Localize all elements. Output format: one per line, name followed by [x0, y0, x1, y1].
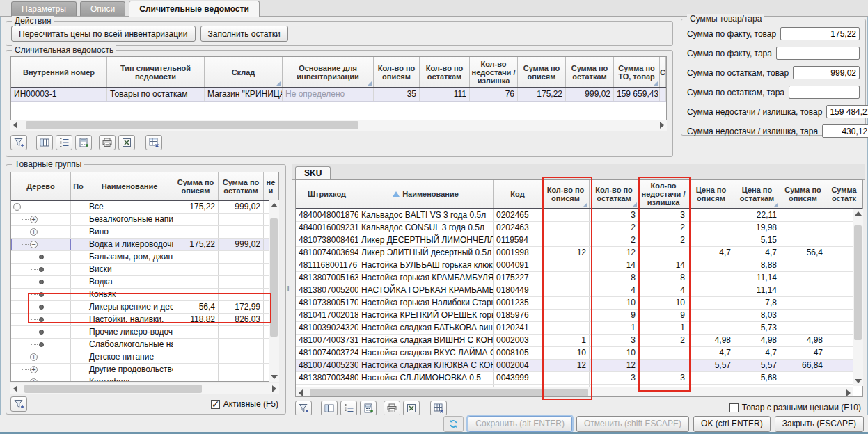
col-sum-lists[interactable]: Сумма по описям: [780, 180, 826, 208]
col-po[interactable]: По: [71, 172, 86, 200]
diff-price-checkbox[interactable]: Товар с разными ценами (F10): [729, 403, 861, 412]
tree-row[interactable]: Бальзамы, ром, джин: [11, 251, 278, 264]
sum-shortage-goods-input[interactable]: [826, 105, 868, 118]
scroll-thumb[interactable]: [854, 225, 862, 340]
scroll-thumb[interactable]: [310, 389, 588, 397]
sum-stock-tare-input[interactable]: [789, 86, 860, 99]
panel-splitter[interactable]: ‖: [285, 164, 291, 413]
col-price-stock[interactable]: Цена по остаткам: [734, 180, 780, 208]
statement-row[interactable]: ИН00003-1 Товары по остаткам Магазин "КР…: [11, 88, 666, 102]
statement-hscrollbar[interactable]: [10, 120, 667, 131]
col-sum-lists[interactable]: Сумма по описям: [518, 57, 566, 87]
calculator-add-icon[interactable]: [75, 135, 92, 150]
sku-row[interactable]: 4810074005230Настойка сладкая КЛЮКВА С К…: [296, 360, 862, 372]
col-qty-lists[interactable]: Кол-во по описям: [374, 57, 420, 87]
scroll-thumb[interactable]: [270, 218, 278, 337]
col-tree[interactable]: Дерево: [11, 172, 71, 200]
tab-sku[interactable]: SKU: [295, 166, 331, 180]
sum-stock-goods-input[interactable]: [793, 66, 860, 79]
numbered-list-icon[interactable]: [340, 401, 357, 416]
tree-row[interactable]: −Водка и ликероводочные175,22999,02: [11, 239, 278, 251]
scroll-left-icon[interactable]: [13, 385, 17, 392]
tree-row[interactable]: Виски: [11, 264, 278, 276]
filter-plus-icon[interactable]: [10, 396, 27, 412]
col-sum-stock[interactable]: Сумма по остаткам: [219, 172, 264, 200]
save-button[interactable]: Сохранить (alt ENTER): [468, 416, 572, 432]
calculator-add-icon[interactable]: [360, 401, 377, 416]
tree-vscrollbar[interactable]: [269, 200, 279, 382]
scroll-left-icon[interactable]: [299, 389, 303, 396]
col-name[interactable]: Наименование: [86, 172, 173, 200]
tree-row[interactable]: +Картофель: [11, 376, 278, 382]
column-select-icon[interactable]: [321, 401, 338, 416]
tree-leaf-icon[interactable]: [39, 342, 44, 347]
excel-export-icon[interactable]: [118, 135, 135, 150]
col-warehouse[interactable]: Склад: [205, 57, 283, 87]
active-checkbox[interactable]: Активные (F5): [211, 399, 278, 409]
scroll-right-icon[interactable]: [660, 122, 664, 129]
close-button[interactable]: Закрыть (ESCAPE): [775, 416, 864, 432]
tree-row[interactable]: Прочие ликеро-водочные: [11, 326, 278, 339]
tree-hscrollbar[interactable]: [10, 383, 279, 394]
col-internal-number[interactable]: Внутренний номер: [11, 57, 107, 87]
sum-fact-tare-input[interactable]: [776, 47, 860, 60]
sku-row[interactable]: 4811168001176Настойка БУЛЬБАШ горькая кл…: [296, 259, 862, 272]
col-partial[interactable]: не и: [264, 172, 278, 200]
col-partial[interactable]: С: [660, 57, 666, 87]
tree-row[interactable]: −Все175,22999,02: [11, 201, 278, 214]
print-icon[interactable]: [99, 135, 116, 150]
tab-inventories[interactable]: Описи: [80, 1, 125, 16]
sum-shortage-tare-input[interactable]: [822, 124, 868, 138]
cancel-button[interactable]: Отменить (shift ESCAPE): [576, 416, 689, 432]
scroll-left-icon[interactable]: [13, 122, 17, 129]
expand-icon[interactable]: +: [30, 378, 38, 382]
collapse-icon[interactable]: −: [30, 241, 38, 248]
fill-stock-button[interactable]: Заполнить остатки: [200, 26, 288, 42]
sku-hscrollbar[interactable]: [296, 387, 853, 397]
scroll-thumb[interactable]: [24, 385, 202, 393]
col-sum-stock[interactable]: Сумма по остаткам: [566, 57, 614, 87]
checkbox-checked-icon[interactable]: [211, 400, 220, 409]
ok-button[interactable]: OK (ctrl ENTER): [693, 416, 771, 432]
expand-icon[interactable]: +: [30, 366, 38, 373]
scroll-thumb[interactable]: [26, 121, 358, 129]
sku-row[interactable]: 4810417002018Настойка КРЕПКИЙ ОРЕШЕК гор…: [296, 310, 862, 322]
tree-leaf-icon[interactable]: [39, 267, 44, 272]
sku-row[interactable]: 4810738008461Ликер ДЕСЕРТНЫЙ ЛИМОНЧЕЛЛО …: [296, 234, 862, 247]
print-icon[interactable]: [384, 401, 400, 416]
col-qty-shortage[interactable]: Кол-во недостачи / излишка: [639, 180, 688, 208]
scroll-down-icon[interactable]: [855, 379, 862, 383]
tree-leaf-icon[interactable]: [39, 255, 44, 259]
table-settings-icon[interactable]: [145, 135, 162, 150]
col-qty-lists[interactable]: Кол-во по описям: [542, 180, 590, 208]
tree-leaf-icon[interactable]: [39, 317, 44, 322]
checkbox-unchecked-icon[interactable]: [729, 403, 739, 412]
scroll-right-icon[interactable]: [846, 389, 851, 396]
tree-leaf-icon[interactable]: [39, 292, 44, 297]
col-name-sorted[interactable]: Наименование: [358, 180, 494, 208]
tree-row[interactable]: +Детское питание: [11, 351, 278, 364]
sum-fact-goods-input[interactable]: [780, 27, 860, 40]
tree-row[interactable]: Настойки, наливки.118,82826,03: [11, 314, 278, 326]
filter-plus-icon[interactable]: [295, 401, 312, 416]
tree-row[interactable]: Слабоалкогольные напит: [11, 339, 278, 351]
tree-row[interactable]: +Безалкогольные напитки: [11, 214, 278, 226]
column-select-icon[interactable]: [36, 135, 53, 150]
tree-row[interactable]: +Другие продовольственн: [11, 364, 278, 376]
tab-reconciliation-statements[interactable]: Сличительные ведомости: [129, 1, 260, 17]
expand-icon[interactable]: +: [30, 216, 38, 223]
expand-icon[interactable]: +: [30, 353, 38, 361]
col-sum-lists[interactable]: Сумма по описям: [173, 172, 219, 200]
sku-row[interactable]: 4810738005170Настойка горькая Налибоки С…: [296, 297, 862, 310]
sku-row[interactable]: 4810074003694Ликер ЭЛИТНЫЙ десертный 0.5…: [296, 247, 862, 259]
tree-row[interactable]: Ликеры крепкие и десерт56,4172,99: [11, 301, 278, 314]
col-statement-type[interactable]: Тип сличительной ведомости: [107, 57, 205, 87]
col-sum-to[interactable]: Сумма по ТО, товар: [614, 57, 660, 87]
tree-leaf-icon[interactable]: [39, 305, 44, 310]
tree-row[interactable]: Водка: [11, 276, 278, 289]
excel-export-icon[interactable]: [403, 401, 420, 416]
sku-row[interactable]: 4813807003480Настойка СЛ.ЛИМОНОВКА 0.500…: [296, 372, 862, 385]
tree-row[interactable]: Коньяк: [11, 289, 278, 301]
tree-leaf-icon[interactable]: [39, 280, 44, 284]
sku-row[interactable]: 4810074003731Настойка сладкая ВИШНЯ С КО…: [296, 335, 862, 347]
